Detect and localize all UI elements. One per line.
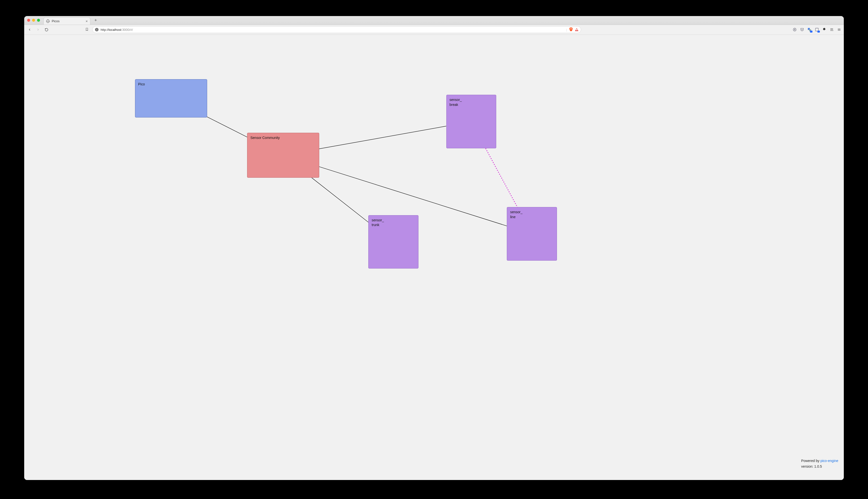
version-label: version:: [801, 464, 814, 468]
globe-icon: [46, 20, 50, 23]
svg-point-1: [794, 29, 795, 30]
pocket-icon[interactable]: [800, 27, 804, 32]
address-bar[interactable]: i http://localhost:3000/#/ |: [92, 26, 581, 33]
reload-button[interactable]: [44, 27, 49, 33]
node-comm[interactable]: Sensor Community: [247, 133, 319, 178]
window-controls: [27, 19, 40, 22]
node-break[interactable]: sensor_ break: [446, 95, 496, 148]
reading-list-icon[interactable]: [830, 27, 834, 32]
canvas[interactable]: Powered by pico-engine version: 1.0.5 Pi…: [24, 35, 844, 480]
extensions-area: [793, 27, 841, 32]
edge-comm-break: [319, 126, 446, 149]
site-info-icon[interactable]: i: [95, 28, 98, 31]
edge-break-line: [486, 148, 518, 207]
brave-rewards-icon[interactable]: [575, 28, 578, 31]
back-button[interactable]: [27, 27, 33, 33]
close-window-icon[interactable]: [27, 19, 30, 22]
svg-rect-4: [816, 28, 818, 31]
extension-badge-icon[interactable]: [815, 27, 819, 32]
brave-shields-icon[interactable]: [569, 27, 573, 32]
maximize-window-icon[interactable]: [37, 19, 40, 22]
tab-title: Picos: [52, 19, 60, 23]
forward-button[interactable]: [35, 27, 41, 33]
svg-rect-3: [809, 29, 811, 31]
bookmark-icon[interactable]: [84, 28, 90, 32]
powered-by-label: Powered by: [801, 459, 820, 463]
node-pico[interactable]: Pico: [135, 79, 207, 118]
extensions-puzzle-icon[interactable]: [822, 27, 827, 32]
close-tab-icon[interactable]: ×: [86, 19, 88, 23]
extension-icon[interactable]: [793, 27, 797, 32]
node-trunk[interactable]: sensor_ trunk: [368, 215, 418, 269]
svg-point-0: [793, 28, 796, 31]
translate-icon[interactable]: [807, 27, 812, 32]
browser-window: Picos × + i http://localhost:3000/#/ |: [24, 16, 844, 480]
edge-comm-trunk: [312, 178, 368, 222]
menu-icon[interactable]: [837, 27, 841, 32]
url-text: http://localhost:3000/#/: [100, 28, 133, 32]
new-tab-button[interactable]: +: [92, 17, 99, 23]
toolbar: i http://localhost:3000/#/ |: [24, 25, 844, 35]
minimize-window-icon[interactable]: [32, 19, 35, 22]
node-line[interactable]: sensor_ line: [507, 207, 557, 260]
pico-engine-link[interactable]: pico-engine: [820, 459, 838, 463]
footer-credit: Powered by pico-engine version: 1.0.5: [801, 458, 838, 469]
browser-tab[interactable]: Picos ×: [44, 17, 91, 25]
separator: |: [566, 28, 567, 32]
edge-pico-comm: [207, 117, 248, 137]
version-value: 1.0.5: [814, 464, 822, 468]
titlebar: Picos × +: [24, 16, 844, 25]
